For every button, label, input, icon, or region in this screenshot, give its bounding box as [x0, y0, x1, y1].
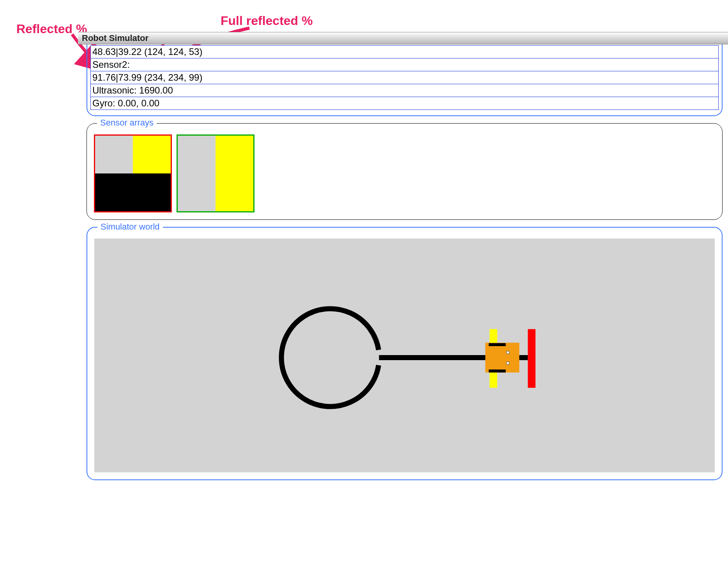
- sensor-cell: [216, 136, 253, 211]
- simulator-world-panel: Simulator world: [87, 227, 723, 480]
- sensor-readings-panel: 48.63|39.22 (124, 124, 53) Sensor2: 91.7…: [87, 44, 723, 116]
- reading-sensor2-value: 91.76|73.99 (234, 234, 99): [90, 71, 719, 84]
- robot-wheel-bottom: [489, 370, 506, 373]
- simulator-frame: 48.63|39.22 (124, 124, 53) Sensor2: 91.7…: [87, 32, 723, 587]
- sensor-arrays-legend: Sensor arrays: [97, 118, 157, 128]
- robot-wheel-top: [489, 343, 506, 346]
- sensor-cell: [95, 136, 133, 173]
- sensor-cell: [95, 173, 171, 211]
- reading-sensor1-value: 48.63|39.22 (124, 124, 53): [90, 45, 719, 58]
- robot-body: [485, 343, 519, 372]
- robot-red-bar: [528, 329, 535, 388]
- simulator-world-canvas[interactable]: [94, 239, 715, 472]
- sensor-tile-2: [177, 134, 254, 212]
- robot-sensor-dot: [507, 351, 509, 354]
- sensor-cell: [178, 136, 216, 211]
- reading-sensor2-label: Sensor2:: [90, 58, 719, 71]
- world-svg: [94, 239, 715, 472]
- robot-sensor-dot: [507, 362, 509, 364]
- reading-ultrasonic: Ultrasonic: 1690.00: [90, 84, 719, 97]
- sensor-tile-1: [94, 134, 172, 212]
- sensor-cell: [133, 136, 171, 173]
- reading-gyro: Gyro: 0.00, 0.00: [90, 97, 719, 110]
- track-circle: [281, 309, 378, 407]
- sensor-arrays-panel: Sensor arrays: [87, 123, 723, 220]
- simulator-world-legend: Simulator world: [97, 222, 163, 232]
